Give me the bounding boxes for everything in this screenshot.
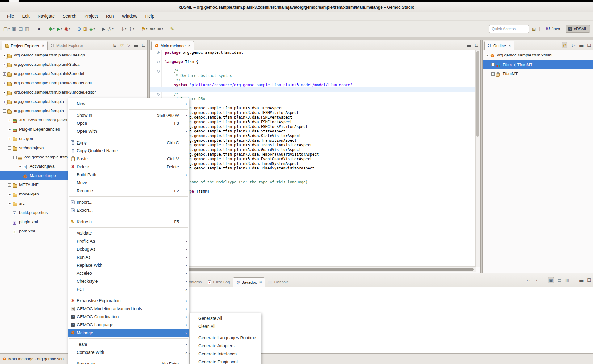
bottom-panel-open-console-icon[interactable]: ▤ bbox=[558, 278, 561, 282]
outline-sort-alphabetically-icon[interactable]: ↓az bbox=[571, 43, 576, 47]
outline-maximize-icon[interactable]: ☐ bbox=[587, 43, 591, 47]
tree-item-org-gemoc-sample-tfsm-plaink3-design[interactable]: +⚠org.gemoc.sample.tfsm.plaink3.design bbox=[0, 51, 147, 60]
tree-expander-icon[interactable]: + bbox=[3, 54, 6, 57]
open-perspective-button[interactable]: ⊞ bbox=[532, 27, 536, 31]
tree-item-org-gemoc-sample-tfsm-plaink3-model-edit[interactable]: +⚠org.gemoc.sample.tfsm.plaink3.model.ed… bbox=[0, 78, 147, 88]
menubar-item-window[interactable]: Window bbox=[118, 13, 141, 19]
perspective-xdsml-button[interactable]: ⚙xDSML bbox=[566, 25, 590, 33]
context-menu-item-debug-as[interactable]: Debug As› bbox=[68, 245, 189, 253]
context-menu-item-rename[interactable]: Rename...F2 bbox=[68, 187, 189, 195]
tree-expander-icon[interactable]: − bbox=[8, 146, 11, 150]
fold-collapse-icon[interactable]: − bbox=[157, 61, 160, 63]
context-menu-item-open-with[interactable]: Open With› bbox=[68, 127, 189, 135]
context-menu-item-move[interactable]: Move... bbox=[68, 179, 189, 187]
toolbar-icon-run[interactable]: ▶▾ bbox=[56, 25, 63, 33]
context-menu-item-copy[interactable]: CopyCtrl+C bbox=[68, 139, 189, 147]
menubar-item-help[interactable]: Help bbox=[141, 13, 158, 19]
tree-expander-icon[interactable]: − bbox=[3, 109, 6, 113]
context-menu-item-build-path[interactable]: Build Path› bbox=[68, 171, 189, 179]
tree-expander-icon[interactable]: + bbox=[8, 128, 11, 131]
project-explorer-minimize-icon[interactable]: ▬ bbox=[134, 43, 138, 47]
tab-main-melange[interactable]: ♻Main.melange✖ bbox=[151, 41, 194, 50]
tree-expander-icon[interactable]: + bbox=[8, 183, 11, 187]
context-menu-item-profile-as[interactable]: Profile As› bbox=[68, 237, 189, 245]
fold-collapse-icon[interactable]: − bbox=[157, 70, 160, 73]
tree-expander-icon[interactable]: + bbox=[3, 72, 6, 76]
quick-access-input[interactable] bbox=[489, 25, 529, 33]
toolbar-icon-save[interactable]: ▣ bbox=[11, 25, 17, 33]
bottom-panel-minimize-icon[interactable]: ▬ bbox=[579, 278, 583, 282]
menubar-item-navigate[interactable]: Navigate bbox=[34, 13, 59, 19]
tree-expander-icon[interactable]: + bbox=[3, 63, 6, 66]
context-menu-item-melange[interactable]: ♻Melange› bbox=[68, 329, 189, 337]
context-menu-item-gemoc-modeling-advanced-tools[interactable]: MGEMOC Modeling advanced tools› bbox=[68, 305, 189, 313]
tree-expander-icon[interactable]: + bbox=[3, 100, 6, 103]
bottom-panel-maximize-icon[interactable]: ☐ bbox=[587, 278, 591, 282]
toolbar-icon-back[interactable]: ⇦▾ bbox=[149, 25, 156, 33]
tree-expander-icon[interactable]: + bbox=[8, 119, 11, 122]
editor-code-area[interactable]: −package org.gemoc.sample.tfsm.xdsml−lan… bbox=[150, 50, 476, 267]
tree-expander-icon[interactable]: + bbox=[3, 82, 6, 85]
tree-expander-icon[interactable]: + bbox=[8, 137, 11, 140]
bottom-panel-back-icon[interactable]: ⇦ bbox=[527, 278, 530, 282]
outline-tree[interactable]: −♻org.gemoc.sample.tfsm.xdsml+Tfsm ◁ Tfs… bbox=[483, 50, 593, 273]
context-menu-item-checkstyle[interactable]: Checkstyle› bbox=[68, 277, 189, 285]
outline-minimize-icon[interactable]: ▬ bbox=[579, 43, 583, 47]
tree-expander-icon[interactable]: − bbox=[13, 156, 17, 159]
fold-collapse-icon[interactable]: − bbox=[157, 51, 160, 54]
toolbar-icon-next-annotation[interactable]: ⇣▾ bbox=[120, 25, 127, 33]
close-icon[interactable]: ✖ bbox=[508, 44, 511, 47]
toolbar-icon-previous-annotation[interactable]: ⇡▾ bbox=[128, 25, 135, 33]
toolbar-icon-new-java-package[interactable]: ⊞ bbox=[82, 25, 88, 33]
editor-minimize-icon[interactable]: ▬ bbox=[467, 43, 471, 47]
context-menu-item-open[interactable]: OpenF3 bbox=[68, 119, 189, 127]
tree-item-tfsm-tfsmmt[interactable]: +Tfsm ◁ TfsmMT bbox=[483, 60, 593, 69]
tree-item-tfsmmt[interactable]: +TfsmMT bbox=[483, 69, 593, 78]
window-titlebar[interactable]: xDSML – org.gemoc.sample.tfsm.plaink3.xd… bbox=[0, 2, 593, 12]
toolbar-icon-external-tools[interactable]: ▶ bbox=[101, 25, 107, 33]
tree-expander-icon[interactable]: + bbox=[8, 202, 11, 205]
close-icon[interactable]: ✖ bbox=[259, 281, 262, 284]
menubar-item-search[interactable]: Search bbox=[59, 13, 80, 19]
melange-submenu-item-generate-adapters[interactable]: Generate Adapters bbox=[190, 342, 261, 350]
menubar-item-file[interactable]: File bbox=[3, 13, 18, 19]
tab-error-log[interactable]: ✖Error Log bbox=[205, 277, 233, 287]
tree-expander-icon[interactable]: + bbox=[3, 91, 6, 94]
context-menu-item-export[interactable]: ↗Export... bbox=[68, 206, 189, 214]
toolbar-icon-gemoc-engine[interactable]: ● bbox=[37, 25, 41, 33]
toolbar-icon-run-external[interactable]: ✱▾ bbox=[48, 25, 56, 33]
tree-item-org-gemoc-sample-tfsm-plaink3-model-editor[interactable]: +⚠org.gemoc.sample.tfsm.plaink3.model.ed… bbox=[0, 88, 147, 97]
fold-collapse-icon[interactable]: − bbox=[157, 93, 160, 96]
project-explorer-collapse-all-icon[interactable]: ⊟ bbox=[113, 43, 117, 47]
tree-item-org-gemoc-sample-tfsm-xdsml[interactable]: −♻org.gemoc.sample.tfsm.xdsml bbox=[483, 51, 593, 60]
perspective-java-button[interactable]: Java bbox=[543, 25, 562, 32]
toolbar-icon-mark-occurrences[interactable]: ✎ bbox=[169, 25, 175, 33]
context-menu-item-properties[interactable]: PropertiesAlt+Enter bbox=[68, 360, 189, 364]
context-menu-item-compare-with[interactable]: Compare With› bbox=[68, 348, 189, 356]
melange-submenu-item-generate-interfaces[interactable]: Generate Interfaces bbox=[190, 350, 261, 358]
melange-submenu-item-generate-plugin-xml[interactable]: Generate Plugin.xml bbox=[190, 358, 261, 364]
tab-outline[interactable]: Outline✖ bbox=[484, 41, 514, 50]
context-menu-item-exhaustive-exploration[interactable]: ✱Exhaustive Exploration› bbox=[68, 297, 189, 305]
tab-model-explorer[interactable]: Model Explorer bbox=[48, 41, 86, 50]
scrollbar-thumb[interactable] bbox=[476, 51, 479, 137]
context-menu-item-run-as[interactable]: Run As› bbox=[68, 253, 189, 261]
toolbar-icon-debug[interactable]: ◉▾ bbox=[63, 25, 71, 33]
tree-expander-icon[interactable]: + bbox=[19, 165, 22, 168]
close-icon[interactable]: ✖ bbox=[188, 44, 191, 47]
menubar-item-edit[interactable]: Edit bbox=[18, 13, 34, 19]
scrollbar-thumb[interactable] bbox=[154, 268, 474, 271]
tree-item-org-gemoc-sample-tfsm-plaink3-model[interactable]: +⚠org.gemoc.sample.tfsm.plaink3.model bbox=[0, 69, 147, 78]
project-explorer-view-menu-icon[interactable]: ▽ bbox=[127, 43, 130, 47]
context-menu-item-ecl[interactable]: ECL› bbox=[68, 285, 189, 293]
context-menu-item-refresh[interactable]: ↻RefreshF5 bbox=[68, 218, 189, 226]
toolbar-icon-save-all[interactable]: ▤ bbox=[17, 25, 23, 33]
toolbar-icon-gemoc-tool[interactable]: ⊕ bbox=[76, 25, 82, 33]
melange-submenu-item-generate-languages-runtime[interactable]: Generate Languages Runtime bbox=[190, 334, 261, 342]
project-explorer-link-with-editor-icon[interactable]: ⇄ bbox=[120, 43, 124, 47]
toolbar-icon-print[interactable]: ▥ bbox=[24, 25, 30, 33]
context-menu-item-import[interactable]: ↘Import... bbox=[68, 198, 189, 206]
toolbar-icon-search[interactable]: ◎▾ bbox=[107, 25, 114, 33]
tab-console[interactable]: Console bbox=[265, 277, 292, 287]
tree-expander-icon[interactable]: + bbox=[491, 63, 495, 66]
